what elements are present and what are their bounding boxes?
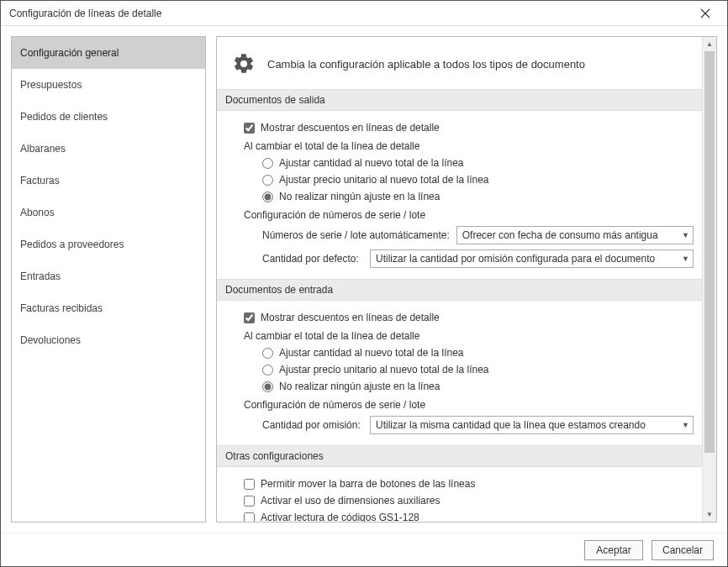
sidebar-item-label: Presupuestos xyxy=(20,79,82,91)
content-panel: Cambia la configuración aplicable a todo… xyxy=(216,36,717,522)
section-header-otras: Otras configuraciones xyxy=(217,445,702,467)
label-entrada-on-change-total: Al cambiar el total de la línea de detal… xyxy=(244,326,694,344)
label-entrada-serial-config: Configuración de números de serie / lote xyxy=(244,395,694,413)
nav-sidebar: Configuración general Presupuestos Pedid… xyxy=(11,36,206,522)
sidebar-item-albaranes[interactable]: Albaranes xyxy=(12,133,205,165)
label-salida-qty-default: Cantidad por defecto: xyxy=(262,253,363,265)
sidebar-item-label: Abonos xyxy=(20,207,55,218)
sidebar-item-pedidos-proveedores[interactable]: Pedidos a proveedores xyxy=(12,228,205,260)
button-label: Cancelar xyxy=(662,544,703,556)
close-icon xyxy=(700,8,710,18)
sidebar-item-entradas[interactable]: Entradas xyxy=(12,260,205,292)
checkbox-entrada-show-discounts[interactable] xyxy=(244,312,255,323)
sidebar-item-facturas-recibidas[interactable]: Facturas recibidas xyxy=(12,292,205,324)
section-header-salida: Documentos de salida xyxy=(217,89,702,111)
gear-icon xyxy=(232,52,256,76)
section-body-otras: Permitir mover la barra de botones de la… xyxy=(217,467,702,522)
sidebar-item-devoluciones[interactable]: Devoluciones xyxy=(12,324,205,356)
sidebar-item-label: Albaranes xyxy=(20,143,66,155)
scrollbar-track[interactable] xyxy=(703,51,716,507)
label-salida-serial-config: Configuración de números de serie / lote xyxy=(244,205,694,223)
sidebar-item-label: Entradas xyxy=(20,270,61,282)
section-body-salida: Mostrar descuentos en líneas de detalle … xyxy=(217,111,702,279)
combo-value: Utilizar la cantidad por omisión configu… xyxy=(376,253,655,265)
sidebar-item-label: Configuración general xyxy=(20,47,119,59)
label-entrada-no-adjust: No realizar ningún ajuste en la línea xyxy=(279,381,440,392)
combo-value: Ofrecer con fecha de consumo más antigua xyxy=(462,229,658,241)
sidebar-item-label: Facturas recibidas xyxy=(20,302,103,314)
chevron-down-icon: ▼ xyxy=(682,255,689,263)
radio-salida-adjust-price[interactable] xyxy=(262,175,273,186)
label-salida-show-discounts: Mostrar descuentos en líneas de detalle xyxy=(261,122,440,134)
sidebar-item-pedidos-clientes[interactable]: Pedidos de clientes xyxy=(12,101,205,133)
sidebar-item-facturas[interactable]: Facturas xyxy=(12,165,205,197)
scrollbar-thumb[interactable] xyxy=(704,51,715,453)
content-header: Cambia la configuración aplicable a todo… xyxy=(217,37,702,89)
radio-salida-no-adjust[interactable] xyxy=(262,192,273,202)
radio-salida-adjust-qty[interactable] xyxy=(262,158,273,169)
sidebar-item-label: Devoluciones xyxy=(20,334,81,346)
checkbox-otras-aux-dims[interactable] xyxy=(244,496,255,507)
checkbox-otras-gs1[interactable] xyxy=(244,512,255,523)
label-salida-on-change-total: Al cambiar el total de la línea de detal… xyxy=(244,136,694,155)
scroll-down-icon[interactable]: ▼ xyxy=(703,507,716,522)
combo-salida-serial-auto[interactable]: Ofrecer con fecha de consumo más antigua… xyxy=(456,226,694,244)
dialog-body: Configuración general Presupuestos Pedid… xyxy=(1,26,727,533)
label-otras-aux-dims: Activar el uso de dimensiones auxiliares xyxy=(261,495,440,507)
sidebar-item-label: Pedidos de clientes xyxy=(20,111,108,123)
sidebar-item-abonos[interactable]: Abonos xyxy=(12,197,205,228)
close-button[interactable] xyxy=(688,2,722,25)
section-body-entrada: Mostrar descuentos en líneas de detalle … xyxy=(217,301,702,445)
accept-button[interactable]: Aceptar xyxy=(584,540,643,560)
chevron-down-icon: ▼ xyxy=(682,421,689,429)
sidebar-item-label: Facturas xyxy=(20,175,60,186)
sidebar-item-general[interactable]: Configuración general xyxy=(12,37,205,69)
chevron-down-icon: ▼ xyxy=(682,231,689,239)
label-salida-serial-auto: Números de serie / lote automáticamente: xyxy=(262,229,450,241)
label-otras-move-bar: Permitir mover la barra de botones de la… xyxy=(261,478,475,490)
label-otras-gs1: Activar lectura de códigos GS1-128 xyxy=(261,512,419,522)
radio-entrada-adjust-qty[interactable] xyxy=(262,348,273,359)
sidebar-item-presupuestos[interactable]: Presupuestos xyxy=(12,69,205,101)
dialog-footer: Aceptar Cancelar xyxy=(1,533,727,566)
scroll-up-icon[interactable]: ▲ xyxy=(703,37,716,51)
titlebar: Configuración de líneas de detalle xyxy=(1,1,727,26)
label-entrada-adjust-qty: Ajustar cantidad al nuevo total de la lí… xyxy=(279,347,463,359)
dialog-window: Configuración de líneas de detalle Confi… xyxy=(0,0,728,567)
section-header-entrada: Documentos de entrada xyxy=(217,279,702,301)
checkbox-otras-move-bar[interactable] xyxy=(244,479,255,490)
content-inner: Cambia la configuración aplicable a todo… xyxy=(217,37,702,522)
combo-salida-qty-default[interactable]: Utilizar la cantidad por omisión configu… xyxy=(370,249,694,268)
label-salida-no-adjust: No realizar ningún ajuste en la línea xyxy=(279,191,440,202)
window-title: Configuración de líneas de detalle xyxy=(9,8,688,19)
radio-entrada-no-adjust[interactable] xyxy=(262,381,273,392)
sidebar-item-label: Pedidos a proveedores xyxy=(20,239,124,250)
label-entrada-show-discounts: Mostrar descuentos en líneas de detalle xyxy=(261,312,440,323)
label-entrada-adjust-price: Ajustar precio unitario al nuevo total d… xyxy=(279,364,489,375)
label-entrada-qty-default: Cantidad por omisión: xyxy=(262,419,363,431)
label-salida-adjust-price: Ajustar precio unitario al nuevo total d… xyxy=(279,174,489,186)
radio-entrada-adjust-price[interactable] xyxy=(262,365,273,375)
content-title: Cambia la configuración aplicable a todo… xyxy=(267,58,585,71)
button-label: Aceptar xyxy=(596,544,630,556)
cancel-button[interactable]: Cancelar xyxy=(652,540,714,560)
label-salida-adjust-qty: Ajustar cantidad al nuevo total de la lí… xyxy=(279,157,463,169)
checkbox-salida-show-discounts[interactable] xyxy=(244,123,255,134)
combo-value: Utilizar la misma cantidad que la línea … xyxy=(376,419,646,431)
combo-entrada-qty-default[interactable]: Utilizar la misma cantidad que la línea … xyxy=(370,416,694,434)
vertical-scrollbar[interactable]: ▲ ▼ xyxy=(702,37,716,522)
